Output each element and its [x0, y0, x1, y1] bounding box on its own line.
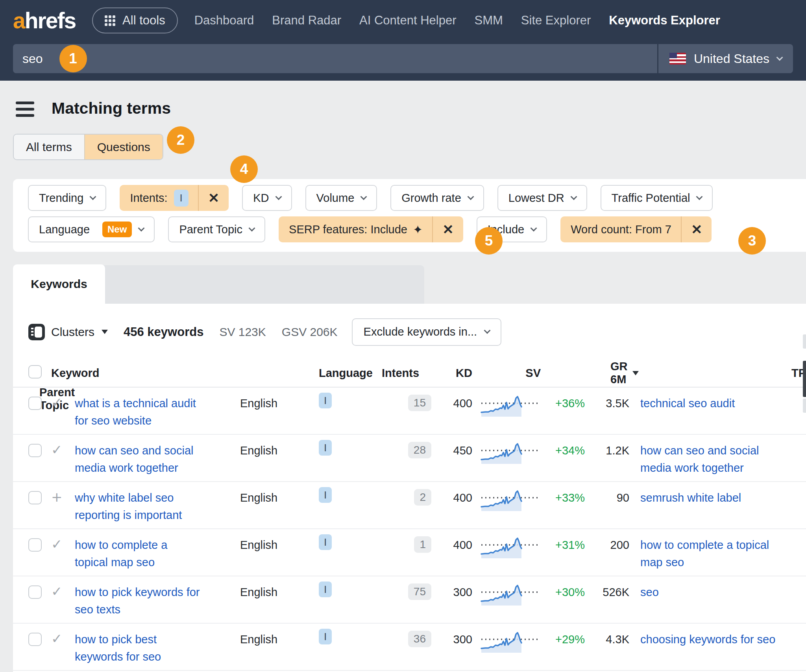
keyword-link[interactable]: how to pick keywords for seo texts — [75, 583, 200, 618]
parent-topic-link[interactable]: choosing keywords for seo — [640, 633, 775, 646]
kd-value: 15 — [408, 395, 431, 411]
table-row: ✓ how to pick best keywords for seo Engl… — [13, 624, 806, 671]
header-intents[interactable]: Intents — [382, 367, 431, 380]
clear-word-count-icon[interactable]: ✕ — [682, 216, 712, 242]
search-row: seo 1 United States — [13, 44, 793, 73]
language-cell: English — [240, 442, 319, 459]
clusters-dropdown[interactable]: Clusters — [28, 324, 108, 340]
exclude-keywords-dropdown[interactable]: Exclude keywords in... — [352, 318, 502, 346]
header-sv[interactable]: SV — [525, 367, 541, 380]
ahrefs-logo[interactable]: ahrefs — [13, 7, 76, 33]
parent-topic-link[interactable]: semrush white label — [640, 491, 741, 504]
filter-panel: Trending Intents: I ✕ KD Volume Growth r… — [13, 179, 806, 252]
keywords-count: 456 keywords — [124, 325, 203, 339]
all-tools-button[interactable]: All tools — [92, 7, 178, 33]
intent-badge: I — [319, 582, 332, 597]
clear-serp-features-icon[interactable]: ✕ — [433, 216, 463, 242]
parent-topic-link[interactable]: how to complete a topical map seo — [640, 539, 769, 569]
tp-value: 526K — [603, 583, 629, 601]
menu-icon[interactable] — [16, 100, 34, 117]
intent-badge: I — [319, 487, 332, 503]
growth-rate-value: +30% — [541, 583, 596, 601]
keyword-link[interactable]: how to pick best keywords for seo — [75, 631, 161, 665]
tab-questions[interactable]: Questions — [84, 135, 163, 159]
trend-sparkline — [481, 489, 541, 511]
header-keyword[interactable]: Keyword — [51, 367, 240, 380]
nav-item-keywords-explorer[interactable]: Keywords Explorer — [609, 13, 720, 28]
nav-item-dashboard[interactable]: Dashboard — [194, 13, 254, 28]
filter-intents-label: Intents: — [120, 192, 167, 205]
row-checkbox[interactable] — [28, 538, 42, 552]
row-checkbox[interactable] — [28, 444, 42, 457]
filter-trending[interactable]: Trending — [28, 185, 106, 211]
country-selector[interactable]: United States — [657, 44, 793, 73]
nav-item-site-explorer[interactable]: Site Explorer — [521, 13, 591, 28]
clear-intents-icon[interactable]: ✕ — [199, 185, 229, 211]
parent-topic-link[interactable]: seo — [640, 586, 659, 598]
intent-badge: I — [319, 534, 332, 550]
sv-value: 400 — [453, 489, 472, 506]
filter-volume[interactable]: Volume — [305, 185, 377, 211]
tab-all-terms[interactable]: All terms — [14, 135, 84, 159]
tp-value: 1.2K — [606, 442, 629, 459]
keyword-search-input[interactable]: seo 1 — [13, 44, 657, 73]
table-row: ✓ how to pick keywords for seo texts Eng… — [13, 576, 806, 624]
filter-trending-label: Trending — [39, 192, 83, 205]
row-action-icon[interactable]: ✓ — [51, 536, 75, 552]
filter-language-label: Language — [39, 223, 90, 236]
keyword-link[interactable]: how can seo and social media work togeth… — [75, 442, 193, 476]
filter-word-count-active[interactable]: Word count: From 7 ✕ — [560, 216, 712, 242]
filter-parent-topic-label: Parent Topic — [179, 223, 242, 236]
chevron-down-icon — [570, 193, 577, 200]
row-checkbox[interactable] — [28, 491, 42, 504]
kd-value: 75 — [408, 583, 431, 600]
filter-intents-active[interactable]: Intents: I ✕ — [120, 185, 229, 211]
row-action-icon[interactable]: + — [51, 489, 75, 505]
kd-value: 2 — [414, 489, 431, 506]
kd-value: 1 — [414, 536, 431, 553]
header-gr-label: GR 6M — [610, 360, 628, 386]
keyword-link[interactable]: why white label seo reporting is importa… — [75, 489, 182, 524]
sv-value: 400 — [453, 536, 472, 554]
row-checkbox[interactable] — [28, 585, 42, 599]
parent-topic-link[interactable]: how can seo and social media work togeth… — [640, 444, 759, 474]
row-action-icon[interactable]: ✓ — [51, 442, 75, 458]
filter-row-1: Trending Intents: I ✕ KD Volume Growth r… — [13, 179, 806, 211]
us-flag-icon — [669, 53, 686, 65]
intent-value-chip: I — [174, 190, 189, 207]
row-action-icon[interactable]: ✓ — [51, 395, 75, 410]
row-checkbox[interactable] — [28, 633, 42, 646]
nav-item-smm[interactable]: SMM — [475, 13, 503, 28]
growth-rate-value: +36% — [541, 395, 596, 412]
select-all-checkbox[interactable] — [28, 365, 42, 378]
header-language[interactable]: Language — [319, 367, 382, 380]
nav-item-brand-radar[interactable]: Brand Radar — [272, 13, 341, 28]
header-gr-6m[interactable]: GR 6M — [596, 360, 629, 386]
row-action-icon[interactable]: ✓ — [51, 583, 75, 599]
filter-language[interactable]: LanguageNew — [28, 216, 155, 242]
nav-item-ai-content-helper[interactable]: AI Content Helper — [359, 13, 456, 28]
sv-value: 400 — [453, 395, 472, 412]
keyword-link[interactable]: what is a technical audit for seo websit… — [75, 395, 196, 429]
row-checkbox[interactable] — [28, 397, 42, 410]
filter-parent-topic[interactable]: Parent Topic — [168, 216, 265, 242]
row-action-icon[interactable]: ✓ — [51, 631, 75, 646]
filter-traffic-potential[interactable]: Traffic Potential — [601, 185, 713, 211]
clusters-label: Clusters — [51, 325, 94, 339]
filter-serp-features-active[interactable]: SERP features: Include ✦ ✕ — [279, 216, 463, 242]
callout-badge-3: 3 — [738, 227, 766, 255]
tp-value: 200 — [610, 536, 629, 554]
filter-row-2: LanguageNew Parent Topic SERP features: … — [13, 211, 806, 242]
filter-kd[interactable]: KD — [242, 185, 292, 211]
parent-topic-link[interactable]: technical seo audit — [640, 397, 735, 410]
filter-lowest-dr[interactable]: Lowest DR — [497, 185, 587, 211]
tp-value: 90 — [617, 489, 629, 506]
table-row: ✓ how to complete a topical map seo Engl… — [13, 529, 806, 576]
clusters-icon — [28, 324, 45, 340]
tab-keywords[interactable]: Keywords — [13, 264, 105, 304]
table-row: ✓ what is a technical audit for seo webs… — [13, 388, 806, 435]
header-kd[interactable]: KD — [456, 367, 472, 380]
filter-volume-label: Volume — [316, 192, 355, 205]
keyword-link[interactable]: how to complete a topical map seo — [75, 536, 167, 571]
filter-growth-rate[interactable]: Growth rate — [390, 185, 484, 211]
